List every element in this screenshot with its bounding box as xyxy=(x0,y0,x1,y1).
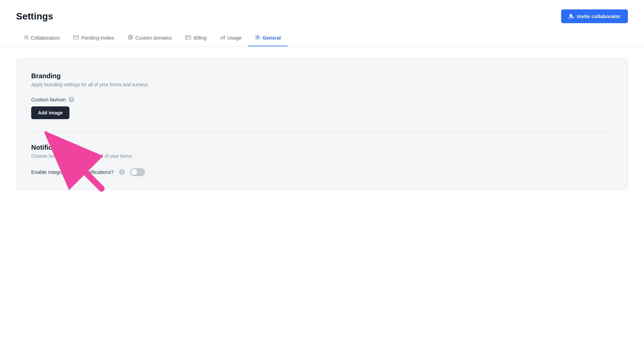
toggle-help-icon[interactable]: ? xyxy=(119,169,125,175)
tab-general-label: General xyxy=(263,35,281,41)
svg-rect-11 xyxy=(224,35,225,39)
invite-icon xyxy=(569,14,574,19)
collaborators-icon xyxy=(23,35,29,41)
main-content: Branding Apply branding settings for all… xyxy=(0,46,644,202)
page-header: Settings Invite collaborator xyxy=(0,0,644,30)
svg-point-3 xyxy=(129,35,131,40)
tab-collaborators[interactable]: Collaborators xyxy=(16,30,66,46)
chart-icon xyxy=(220,35,225,41)
tabs-nav: Collaborators Pending invites Custom dom… xyxy=(0,30,644,46)
svg-point-2 xyxy=(128,35,132,40)
svg-rect-6 xyxy=(185,36,191,39)
tab-general[interactable]: General xyxy=(248,30,287,46)
branding-section: Branding Apply branding settings for all… xyxy=(31,72,613,119)
toggle-row: Enable integration alert notifications? … xyxy=(31,168,613,176)
tab-usage[interactable]: Usage xyxy=(213,30,248,46)
billing-icon xyxy=(185,35,191,41)
tab-pending-invites[interactable]: Pending invites xyxy=(66,30,121,46)
svg-rect-8 xyxy=(186,38,187,39)
settings-card: Branding Apply branding settings for all… xyxy=(16,58,628,190)
tab-billing[interactable]: Billing xyxy=(178,30,213,46)
mail-icon xyxy=(73,35,79,41)
tab-custom-domains-label: Custom domains xyxy=(136,35,172,41)
toggle-label: Enable integration alert notifications? xyxy=(31,169,114,175)
add-image-button[interactable]: Add image xyxy=(31,106,69,119)
notification-toggle[interactable] xyxy=(130,168,145,176)
add-image-wrapper: Add image xyxy=(31,106,69,119)
tab-billing-label: Billing xyxy=(194,35,207,41)
page-title: Settings xyxy=(16,11,53,22)
tab-collaborators-label: Collaborators xyxy=(31,35,60,41)
invite-collaborator-button[interactable]: Invite collaborator xyxy=(561,9,628,23)
favicon-label-row: Custom favicon ? xyxy=(31,97,613,102)
tab-usage-label: Usage xyxy=(227,35,241,41)
branding-title: Branding xyxy=(31,72,613,80)
svg-point-0 xyxy=(25,36,27,38)
favicon-help-icon[interactable]: ? xyxy=(68,97,74,102)
tab-pending-invites-label: Pending invites xyxy=(81,35,114,41)
branding-description: Apply branding settings for all of your … xyxy=(31,82,613,87)
tab-custom-domains[interactable]: Custom domains xyxy=(121,30,179,46)
section-divider xyxy=(31,131,613,132)
gear-icon xyxy=(255,35,260,41)
notifications-section: Notifications Choose how you get notifie… xyxy=(31,144,613,176)
svg-point-12 xyxy=(257,37,259,38)
toggle-track xyxy=(130,168,145,176)
svg-rect-10 xyxy=(222,36,223,39)
globe-icon xyxy=(128,35,133,41)
toggle-thumb xyxy=(131,169,137,175)
notifications-title: Notifications xyxy=(31,144,613,151)
notifications-description: Choose how you get notified for all of y… xyxy=(31,153,613,159)
svg-rect-9 xyxy=(220,37,221,39)
invite-button-label: Invite collaborator xyxy=(577,13,621,19)
favicon-label: Custom favicon xyxy=(31,97,66,102)
